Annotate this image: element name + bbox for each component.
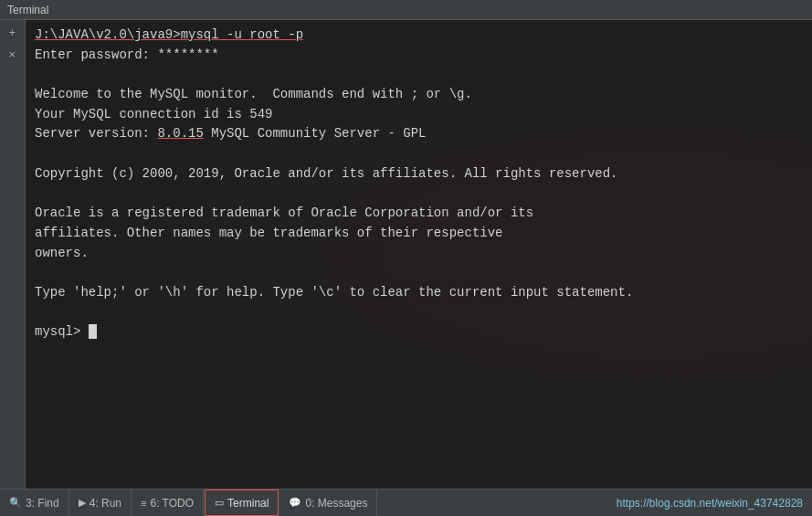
messages-icon: 💬 bbox=[289, 497, 301, 509]
messages-label: 0: Messages bbox=[305, 497, 367, 510]
blank-line-1 bbox=[35, 65, 803, 85]
status-url: https://blog.csdn.net/weixin_43742828 bbox=[617, 497, 812, 510]
status-left: 🔍 3: Find ▶ 4: Run ≡ 6: TODO ▭ Terminal … bbox=[0, 490, 377, 516]
close-tab-icon[interactable]: × bbox=[4, 46, 22, 64]
cmd-underline: J:\JAVA\v2.0\java9>mysql -u root -p bbox=[35, 27, 303, 42]
terminal-line-welcome: Welcome to the MySQL monitor. Commands e… bbox=[35, 85, 803, 105]
find-label: 3: Find bbox=[26, 497, 59, 510]
status-messages[interactable]: 💬 0: Messages bbox=[279, 490, 377, 516]
terminal-line-oracle2: affiliates. Other names may be trademark… bbox=[35, 224, 803, 244]
terminal-line-cmd: J:\JAVA\v2.0\java9>mysql -u root -p bbox=[35, 26, 803, 46]
terminal-prompt-line: mysql> bbox=[35, 322, 803, 342]
version-number: 8.0.15 bbox=[157, 126, 203, 141]
blank-line-5 bbox=[35, 303, 803, 323]
terminal-line-copyright: Copyright (c) 2000, 2019, Oracle and/or … bbox=[35, 164, 803, 184]
run-icon: ▶ bbox=[79, 497, 86, 509]
left-sidebar: + × bbox=[0, 20, 26, 489]
title-bar: Terminal bbox=[0, 0, 812, 20]
terminal-icon: ▭ bbox=[215, 497, 224, 509]
find-icon: 🔍 bbox=[9, 497, 22, 509]
terminal-line-connection: Your MySQL connection id is 549 bbox=[35, 105, 803, 125]
blank-line-3 bbox=[35, 184, 803, 205]
run-label: 4: Run bbox=[90, 497, 121, 510]
terminal-line-oracle1: Oracle is a registered trademark of Orac… bbox=[35, 204, 803, 224]
add-tab-icon[interactable]: + bbox=[4, 24, 22, 42]
terminal-line-version: Server version: 8.0.15 MySQL Community S… bbox=[35, 124, 803, 144]
title-bar-label: Terminal bbox=[7, 4, 48, 16]
terminal-line-oracle3: owners. bbox=[35, 244, 803, 264]
blank-line-4 bbox=[35, 263, 803, 283]
status-terminal[interactable]: ▭ Terminal bbox=[205, 490, 279, 516]
terminal-cursor bbox=[89, 324, 97, 339]
terminal-line-help: Type 'help;' or '\h' for help. Type '\c'… bbox=[35, 283, 803, 303]
terminal-label: Terminal bbox=[227, 497, 269, 510]
terminal-line-password: Enter password: ******** bbox=[35, 46, 803, 66]
todo-icon: ≡ bbox=[141, 498, 146, 509]
status-run[interactable]: ▶ 4: Run bbox=[69, 490, 132, 516]
status-bar: 🔍 3: Find ▶ 4: Run ≡ 6: TODO ▭ Terminal … bbox=[0, 489, 812, 516]
status-find[interactable]: 🔍 3: Find bbox=[0, 490, 69, 516]
terminal-content[interactable]: J:\JAVA\v2.0\java9>mysql -u root -p Ente… bbox=[26, 20, 812, 489]
todo-label: 6: TODO bbox=[150, 497, 194, 510]
blank-line-2 bbox=[35, 144, 803, 164]
status-todo[interactable]: ≡ 6: TODO bbox=[132, 490, 204, 516]
terminal-wrapper: + × J:\JAVA\v2.0\java9>mysql -u root -p … bbox=[0, 20, 812, 489]
